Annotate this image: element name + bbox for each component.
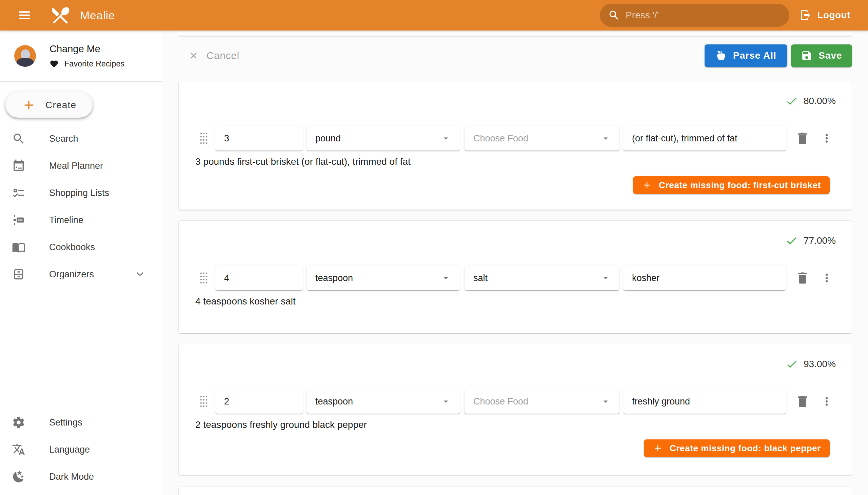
note-value: kosher [632, 273, 660, 284]
chevron-down-icon[interactable] [133, 268, 147, 281]
kebab-menu-icon[interactable] [820, 271, 833, 286]
sidebar-item-meal-planner[interactable]: Meal Planner [0, 152, 162, 180]
plus-icon [22, 98, 36, 112]
sidebar-item-label: Settings [49, 417, 82, 428]
sidebar-nav: Search Meal Planner Shopping Lists Timel… [0, 125, 162, 288]
cancel-button[interactable]: Cancel [188, 50, 239, 62]
user-block[interactable]: Change Me Favorite Recipes [0, 31, 162, 81]
sidebar: Change Me Favorite Recipes Create Search [0, 31, 162, 495]
mealie-logo-icon [50, 4, 71, 26]
moon-icon [12, 470, 25, 483]
quantity-input[interactable]: 3 [215, 126, 303, 151]
confidence-row: 93.00% [785, 358, 836, 371]
calendar-icon [12, 159, 25, 173]
food-select[interactable]: Choose Food [464, 126, 619, 151]
confidence-row: 80.00% [785, 95, 836, 107]
drag-handle-icon[interactable] [199, 395, 208, 408]
book-icon [12, 240, 25, 254]
note-input[interactable]: kosher [623, 266, 786, 290]
sidebar-item-label: Organizers [49, 269, 94, 280]
sidebar-item-settings[interactable]: Settings [0, 409, 162, 436]
quantity-input[interactable]: 4 [215, 266, 303, 290]
avatar[interactable] [14, 45, 36, 67]
user-name: Change Me [50, 44, 124, 55]
kebab-menu-icon[interactable] [820, 394, 833, 409]
plus-icon [653, 443, 663, 453]
create-label: Create [46, 100, 76, 110]
food-select[interactable]: Choose Food [464, 389, 619, 414]
note-value: (or flat-cut), trimmed of fat [632, 133, 737, 144]
checklist-icon [12, 186, 25, 200]
confidence-value: 93.00% [804, 359, 836, 370]
delete-icon[interactable] [795, 271, 810, 286]
parse-all-button[interactable]: Parse All [704, 45, 787, 67]
delete-icon[interactable] [795, 394, 810, 409]
drag-handle-icon[interactable] [199, 132, 208, 145]
sidebar-item-cookbooks[interactable]: Cookbooks [0, 234, 162, 261]
quantity-value: 4 [224, 273, 229, 284]
gear-icon [12, 416, 25, 429]
create-missing-food-button[interactable]: Create missing food: first-cut brisket [633, 176, 830, 194]
original-ingredient-text: 4 teaspoons kosher salt [195, 296, 296, 307]
translate-icon [12, 443, 25, 456]
unit-value: teaspoon [315, 396, 353, 407]
search-input[interactable]: Press '/' [600, 4, 789, 27]
kebab-menu-icon[interactable] [820, 131, 833, 146]
dropdown-arrow-icon [441, 273, 451, 283]
favorite-recipes-link[interactable]: Favorite Recipes [50, 59, 124, 68]
ingredient-card: 93.00% 2 teaspoon Choose Food freshly gr… [178, 344, 852, 475]
quantity-value: 3 [224, 133, 229, 144]
menu-icon[interactable] [17, 8, 32, 23]
save-button[interactable]: Save [791, 45, 852, 67]
heart-icon [50, 59, 59, 68]
quantity-input[interactable]: 2 [215, 389, 303, 414]
logout-button[interactable]: Logout [800, 9, 850, 21]
unit-select[interactable]: pound [307, 126, 460, 151]
confidence-row: 77.00% [785, 234, 836, 247]
confidence-value: 77.00% [804, 235, 836, 246]
note-input[interactable]: freshly ground [623, 389, 786, 414]
quantity-value: 2 [224, 396, 229, 407]
sidebar-item-language[interactable]: Language [0, 436, 162, 463]
check-icon [785, 358, 798, 371]
unit-value: pound [315, 133, 341, 144]
create-missing-food-label: Create missing food: black pepper [670, 443, 821, 454]
search-icon [608, 9, 620, 21]
sidebar-item-label: Meal Planner [49, 161, 103, 171]
create-missing-food-label: Create missing food: first-cut brisket [659, 180, 821, 190]
delete-icon[interactable] [795, 131, 810, 146]
sidebar-item-search[interactable]: Search [0, 125, 162, 152]
plus-icon [642, 180, 652, 190]
dropdown-arrow-icon [441, 133, 451, 143]
sidebar-item-label: Dark Mode [49, 472, 94, 482]
sidebar-item-dark-mode[interactable]: Dark Mode [0, 463, 162, 490]
app-header: Mealie Press '/' Logout [0, 0, 868, 31]
unit-select[interactable]: teaspoon [307, 266, 460, 290]
sidebar-item-timeline[interactable]: Timeline [0, 206, 162, 234]
create-button[interactable]: Create [5, 92, 92, 118]
food-select[interactable]: salt [464, 266, 619, 290]
original-ingredient-text: 3 pounds first-cut brisket (or flat-cut)… [195, 156, 411, 167]
app-title: Mealie [80, 9, 115, 22]
save-label: Save [818, 50, 842, 61]
ingredient-fields-row: 4 teaspoon salt kosher [179, 266, 852, 290]
search-placeholder: Press '/' [626, 10, 659, 21]
logout-icon [800, 9, 812, 21]
save-icon [801, 50, 812, 62]
ingredient-card-partial [178, 487, 852, 495]
create-missing-food-button[interactable]: Create missing food: black pepper [644, 439, 830, 457]
main-content: Cancel Parse All Save 80.00% [162, 31, 868, 495]
logout-label: Logout [817, 10, 850, 21]
ingredient-card: 77.00% 4 teaspoon salt kosher 4 teaspo [178, 220, 852, 333]
timeline-icon [12, 213, 25, 227]
dropdown-arrow-icon [600, 273, 611, 283]
sidebar-item-organizers[interactable]: Organizers [0, 261, 162, 288]
unit-select[interactable]: teaspoon [307, 389, 460, 414]
drag-handle-icon[interactable] [199, 271, 208, 285]
sidebar-divider [0, 81, 162, 82]
confidence-value: 80.00% [804, 96, 836, 106]
sidebar-item-shopping-lists[interactable]: Shopping Lists [0, 180, 162, 206]
sidebar-item-label: Timeline [49, 215, 83, 225]
sidebar-item-label: Shopping Lists [49, 188, 109, 198]
note-input[interactable]: (or flat-cut), trimmed of fat [623, 126, 786, 151]
